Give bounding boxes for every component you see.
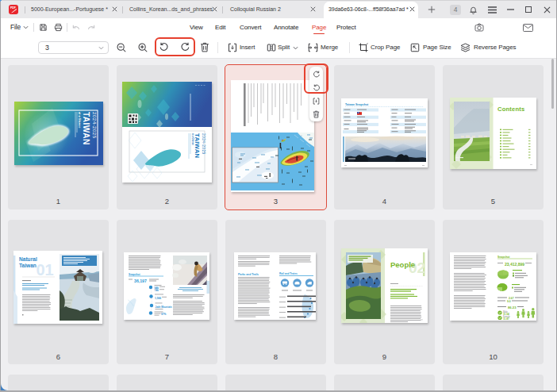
svg-text:Parks and Trails: Parks and Trails <box>238 273 259 276</box>
svg-text:Snapshot: Snapshot <box>497 256 510 259</box>
svg-text:86.23: 86.23 <box>508 306 517 309</box>
svg-text:People: People <box>390 260 415 269</box>
svg-text:36,197: 36,197 <box>134 279 147 283</box>
svg-text:at a Glance: at a Glance <box>191 133 194 145</box>
svg-text:Taiwan Snapshot: Taiwan Snapshot <box>345 103 369 106</box>
svg-text:2024-2025: 2024-2025 <box>202 133 206 155</box>
svg-text:Snapshot: Snapshot <box>129 273 140 276</box>
svg-text:Contents: Contents <box>497 106 525 113</box>
svg-text:Natural: Natural <box>19 256 37 262</box>
svg-text:97%: 97% <box>161 313 167 316</box>
svg-text:✈: ✈ <box>301 135 302 136</box>
svg-text:11.87: 11.87 <box>503 317 509 321</box>
svg-text:TAIWAN: TAIWAN <box>82 112 90 145</box>
svg-text:Taiwan: Taiwan <box>19 263 36 268</box>
svg-text:at a Glance: at a Glance <box>78 112 81 128</box>
svg-text:PDF: PDF <box>10 6 17 10</box>
svg-text:1,566: 1,566 <box>155 297 161 300</box>
svg-text:23,412,899: 23,412,899 <box>505 262 524 267</box>
svg-text:746: 746 <box>155 289 159 292</box>
svg-text:2024-2025: 2024-2025 <box>92 112 98 139</box>
svg-text:Jade Mountain: Jade Mountain <box>156 306 172 309</box>
svg-text:01: 01 <box>36 261 54 279</box>
svg-text:Rail and Trains: Rail and Trains <box>279 272 298 275</box>
svg-text:9.0: 9.0 <box>507 300 511 303</box>
